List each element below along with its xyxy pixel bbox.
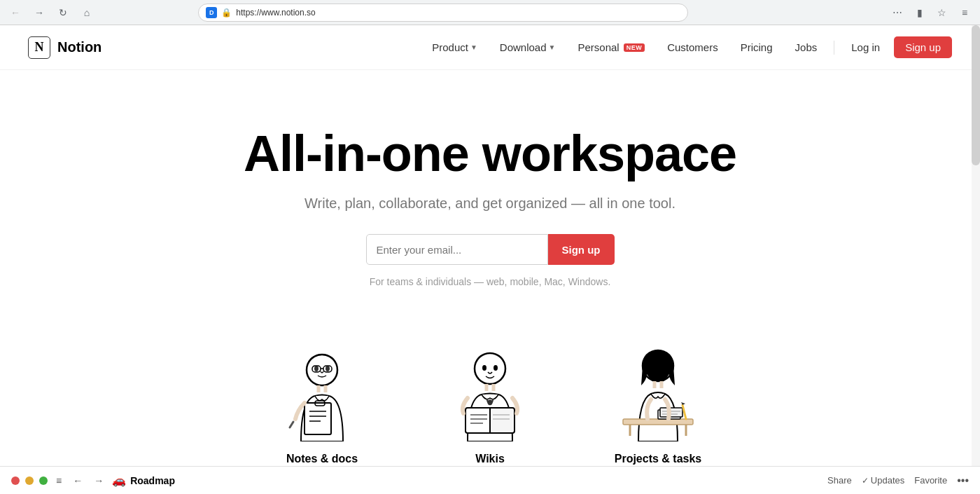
shield-icon: D bbox=[206, 7, 217, 18]
logo-text: Notion bbox=[57, 39, 102, 55]
logo-icon: N bbox=[28, 36, 50, 59]
projects-illustration bbox=[616, 343, 700, 441]
nav-links: Product ▼ Download ▼ Personal NEW Custom… bbox=[424, 36, 952, 58]
menu-button[interactable]: ≡ bbox=[955, 3, 974, 22]
nav-jobs[interactable]: Jobs bbox=[787, 37, 826, 57]
svg-point-0 bbox=[307, 355, 337, 385]
scrollbar-track bbox=[972, 25, 980, 466]
navbar: N Notion Product ▼ Download ▼ Personal N… bbox=[0, 25, 980, 70]
dot-yellow[interactable] bbox=[25, 476, 34, 485]
svg-point-1 bbox=[314, 366, 318, 371]
svg-line-13 bbox=[290, 422, 293, 427]
address-bar[interactable]: D 🔒 https://www.notion.so bbox=[198, 4, 688, 22]
hero-cta: Sign up bbox=[366, 234, 615, 265]
hero-note: For teams & individuals — web, mobile, M… bbox=[370, 276, 611, 287]
svg-rect-8 bbox=[304, 403, 331, 434]
nav-customers[interactable]: Customers bbox=[659, 37, 727, 57]
extensions-button[interactable]: ⋯ bbox=[888, 3, 907, 22]
svg-point-16 bbox=[493, 365, 498, 371]
dot-green[interactable] bbox=[39, 476, 48, 485]
nav-download[interactable]: Download ▼ bbox=[491, 37, 564, 57]
nav-pricing[interactable]: Pricing bbox=[732, 37, 781, 57]
updates-action[interactable]: ✓ Updates bbox=[862, 475, 904, 486]
notes-illustration bbox=[280, 343, 364, 441]
lock-icon: 🔒 bbox=[221, 8, 232, 18]
hero-title: All-in-one workspace bbox=[244, 126, 736, 181]
back-button[interactable]: ← bbox=[6, 3, 25, 22]
feature-wikis: Wikis bbox=[434, 343, 546, 468]
feature-projects: Projects & tasks bbox=[602, 343, 714, 468]
scrollbar-thumb[interactable] bbox=[972, 25, 980, 165]
favorite-action[interactable]: Favorite bbox=[914, 475, 947, 486]
signup-button[interactable]: Sign up bbox=[894, 36, 952, 58]
more-options-icon[interactable]: ••• bbox=[957, 474, 969, 487]
back-page-icon[interactable]: ← bbox=[70, 472, 85, 489]
chevron-down-icon: ▼ bbox=[549, 43, 556, 51]
feature-notes: Notes & docs bbox=[266, 343, 378, 468]
nav-product[interactable]: Product ▼ bbox=[424, 37, 486, 57]
hero-subtitle: Write, plan, collaborate, and get organi… bbox=[304, 195, 676, 212]
dot-red[interactable] bbox=[11, 476, 20, 485]
new-badge: NEW bbox=[624, 43, 645, 52]
email-input[interactable] bbox=[366, 234, 548, 265]
feature-wikis-label: Wikis bbox=[475, 453, 505, 465]
svg-point-15 bbox=[482, 365, 486, 371]
svg-point-26 bbox=[652, 362, 655, 367]
page-icon: 🚗 bbox=[112, 474, 126, 487]
page-title-area: 🚗 Roadmap bbox=[112, 474, 175, 487]
nav-divider bbox=[834, 41, 834, 55]
svg-point-27 bbox=[662, 362, 665, 367]
svg-rect-34 bbox=[660, 408, 682, 417]
hamburger-icon[interactable]: ≡ bbox=[53, 472, 64, 489]
browser-chrome: ← → ↻ ⌂ D 🔒 https://www.notion.so ⋯ ▮ ☆ … bbox=[0, 0, 980, 25]
star-button[interactable]: ☆ bbox=[932, 3, 952, 22]
share-action[interactable]: Share bbox=[827, 475, 852, 486]
bottom-bar: ≡ ← → 🚗 Roadmap Share ✓ Updates Favorite… bbox=[0, 466, 980, 494]
svg-point-14 bbox=[475, 353, 505, 384]
svg-rect-30 bbox=[623, 419, 693, 425]
browser-menu-icons: ⋯ ▮ ☆ ≡ bbox=[888, 3, 974, 22]
forward-page-icon[interactable]: → bbox=[91, 472, 106, 489]
hero-section: All-in-one workspace Write, plan, collab… bbox=[0, 70, 980, 494]
refresh-button[interactable]: ↻ bbox=[53, 3, 73, 22]
chevron-down-icon: ▼ bbox=[470, 43, 477, 51]
forward-button[interactable]: → bbox=[29, 3, 49, 22]
pocket-icon[interactable]: ▮ bbox=[910, 3, 930, 22]
hero-signup-button[interactable]: Sign up bbox=[548, 234, 615, 265]
bottom-bar-left: ≡ ← → 🚗 Roadmap bbox=[11, 472, 175, 489]
logo-link[interactable]: N Notion bbox=[28, 36, 102, 59]
bottom-bar-right: Share ✓ Updates Favorite ••• bbox=[827, 474, 969, 487]
check-icon: ✓ bbox=[862, 476, 869, 486]
nav-personal[interactable]: Personal NEW bbox=[569, 37, 653, 57]
url-text: https://www.notion.so bbox=[236, 8, 315, 18]
home-button[interactable]: ⌂ bbox=[77, 3, 97, 22]
svg-point-2 bbox=[326, 366, 330, 371]
feature-notes-label: Notes & docs bbox=[286, 453, 358, 465]
page-title: Roadmap bbox=[130, 475, 175, 486]
wikis-illustration bbox=[448, 343, 532, 441]
login-button[interactable]: Log in bbox=[843, 37, 888, 57]
